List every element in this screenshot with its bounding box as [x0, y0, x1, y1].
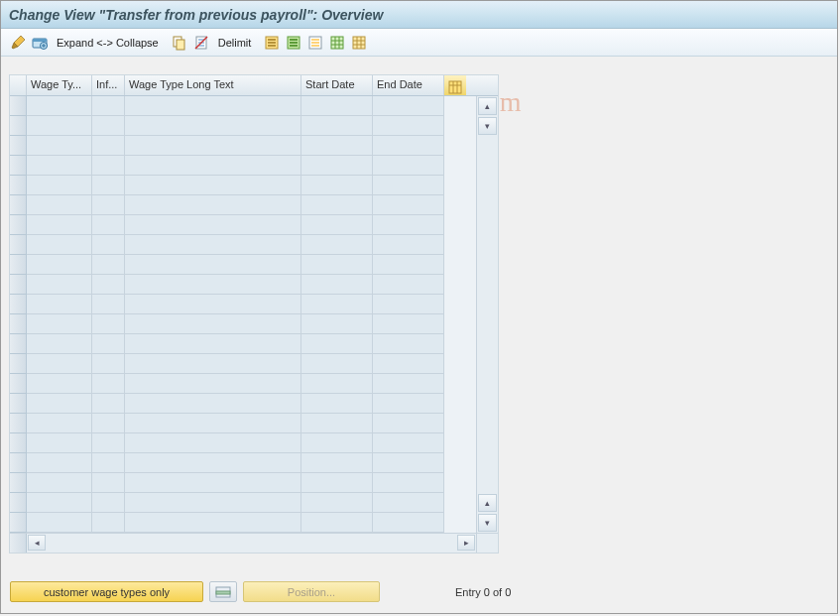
cell-end-date[interactable]	[373, 136, 444, 156]
cell-wage-type[interactable]	[27, 493, 92, 513]
table-row[interactable]	[10, 255, 476, 275]
table-row[interactable]	[10, 195, 476, 215]
cell-info[interactable]	[92, 176, 125, 195]
other-view-icon[interactable]	[31, 34, 49, 52]
row-selector[interactable]	[10, 235, 27, 255]
cell-info[interactable]	[92, 513, 125, 533]
cell-wage-type[interactable]	[27, 414, 92, 433]
table-row[interactable]	[10, 176, 476, 195]
row-selector[interactable]	[10, 473, 27, 493]
table-row[interactable]	[10, 493, 476, 513]
row-selector[interactable]	[10, 295, 27, 314]
column-header-end-date[interactable]: End Date	[373, 75, 444, 95]
scroll-top-button[interactable]: ▴	[478, 97, 497, 115]
scroll-down-button[interactable]: ▴	[478, 494, 497, 512]
change-icon[interactable]	[9, 34, 27, 52]
cell-start-date[interactable]	[301, 473, 373, 493]
cell-start-date[interactable]	[301, 235, 373, 255]
cell-wage-type[interactable]	[27, 295, 92, 314]
cell-info[interactable]	[92, 116, 125, 136]
row-selector[interactable]	[10, 136, 27, 156]
row-selector[interactable]	[10, 433, 27, 453]
cell-wage-type[interactable]	[27, 96, 92, 116]
cell-end-date[interactable]	[373, 433, 444, 453]
print-icon[interactable]	[350, 34, 368, 52]
cell-long-text[interactable]	[125, 513, 301, 533]
cell-info[interactable]	[92, 156, 125, 176]
table-row[interactable]	[10, 314, 476, 334]
hscroll-right-button[interactable]: ▸	[457, 535, 475, 551]
row-selector[interactable]	[10, 414, 27, 433]
cell-end-date[interactable]	[373, 275, 444, 295]
cell-long-text[interactable]	[125, 433, 301, 453]
cell-long-text[interactable]	[125, 295, 301, 314]
scroll-up-button[interactable]: ▾	[478, 117, 497, 135]
cell-wage-type[interactable]	[27, 513, 92, 533]
row-selector[interactable]	[10, 116, 27, 136]
cell-info[interactable]	[92, 96, 125, 116]
cell-long-text[interactable]	[125, 195, 301, 215]
cell-long-text[interactable]	[125, 116, 301, 136]
cell-end-date[interactable]	[373, 295, 444, 314]
cell-start-date[interactable]	[301, 176, 373, 195]
cell-wage-type[interactable]	[27, 215, 92, 235]
row-selector[interactable]	[10, 453, 27, 473]
row-selector-header[interactable]	[10, 75, 27, 95]
cell-end-date[interactable]	[373, 513, 444, 533]
cell-end-date[interactable]	[373, 453, 444, 473]
row-selector[interactable]	[10, 96, 27, 116]
table-row[interactable]	[10, 394, 476, 414]
table-row[interactable]	[10, 414, 476, 433]
row-selector[interactable]	[10, 513, 27, 533]
cell-end-date[interactable]	[373, 195, 444, 215]
cell-end-date[interactable]	[373, 334, 444, 354]
cell-wage-type[interactable]	[27, 394, 92, 414]
cell-start-date[interactable]	[301, 334, 373, 354]
cell-start-date[interactable]	[301, 136, 373, 156]
cell-end-date[interactable]	[373, 235, 444, 255]
row-selector[interactable]	[10, 176, 27, 195]
cell-end-date[interactable]	[373, 255, 444, 275]
cell-info[interactable]	[92, 453, 125, 473]
cell-wage-type[interactable]	[27, 176, 92, 195]
cell-end-date[interactable]	[373, 156, 444, 176]
cell-long-text[interactable]	[125, 414, 301, 433]
scroll-bottom-button[interactable]: ▾	[478, 514, 497, 532]
cell-long-text[interactable]	[125, 453, 301, 473]
cell-start-date[interactable]	[301, 493, 373, 513]
cell-start-date[interactable]	[301, 255, 373, 275]
cell-info[interactable]	[92, 314, 125, 334]
cell-info[interactable]	[92, 334, 125, 354]
column-header-long-text[interactable]: Wage Type Long Text	[125, 75, 301, 95]
table-row[interactable]	[10, 156, 476, 176]
horizontal-scrollbar[interactable]: ◂ ▸	[10, 533, 498, 553]
cell-wage-type[interactable]	[27, 433, 92, 453]
cell-end-date[interactable]	[373, 176, 444, 195]
cell-long-text[interactable]	[125, 235, 301, 255]
cell-wage-type[interactable]	[27, 473, 92, 493]
delete-icon[interactable]	[192, 34, 210, 52]
cell-info[interactable]	[92, 255, 125, 275]
row-selector[interactable]	[10, 314, 27, 334]
cell-start-date[interactable]	[301, 195, 373, 215]
position-button[interactable]: Position...	[243, 581, 380, 602]
table-row[interactable]	[10, 136, 476, 156]
row-selector[interactable]	[10, 334, 27, 354]
cell-info[interactable]	[92, 235, 125, 255]
cell-wage-type[interactable]	[27, 116, 92, 136]
table-row[interactable]	[10, 354, 476, 374]
cell-wage-type[interactable]	[27, 354, 92, 374]
cell-info[interactable]	[92, 354, 125, 374]
vertical-scrollbar[interactable]: ▴ ▾ ▴ ▾	[476, 96, 498, 533]
table-row[interactable]	[10, 235, 476, 255]
cell-end-date[interactable]	[373, 493, 444, 513]
cell-wage-type[interactable]	[27, 275, 92, 295]
table-row[interactable]	[10, 96, 476, 116]
cell-info[interactable]	[92, 374, 125, 394]
cell-end-date[interactable]	[373, 414, 444, 433]
cell-long-text[interactable]	[125, 493, 301, 513]
cell-end-date[interactable]	[373, 96, 444, 116]
hscroll-left-button[interactable]: ◂	[28, 535, 46, 551]
cell-info[interactable]	[92, 394, 125, 414]
cell-end-date[interactable]	[373, 394, 444, 414]
